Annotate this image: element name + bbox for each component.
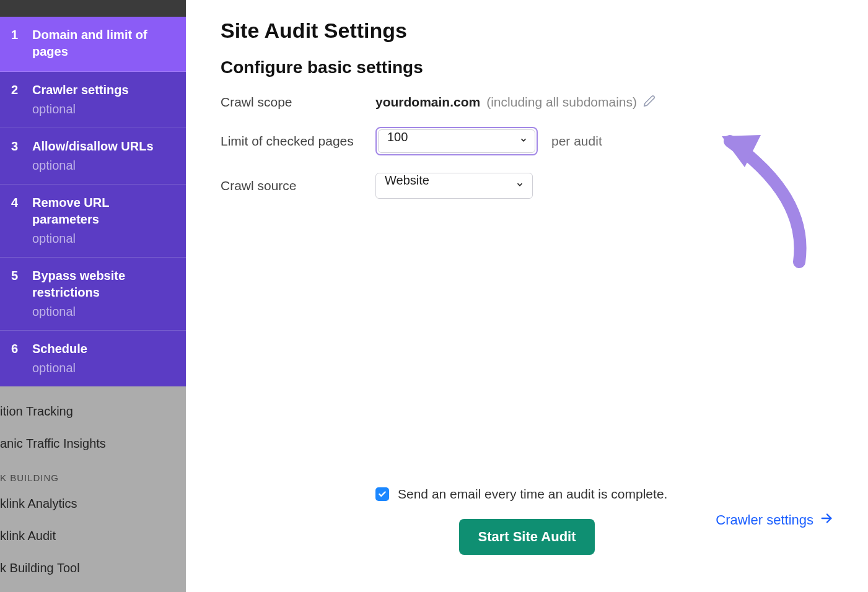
step-title: Remove URL parameters xyxy=(32,194,175,228)
step-optional-label: optional xyxy=(32,159,175,173)
crawl-source-select[interactable]: Website xyxy=(375,173,533,199)
limit-pages-select[interactable]: 100 xyxy=(378,129,535,153)
bg-nav-label: anic Traffic Insights xyxy=(0,437,106,450)
wizard-sidebar: 1 Domain and limit of pages 2 Crawler se… xyxy=(0,0,186,386)
section-title: Configure basic settings xyxy=(221,58,833,77)
crawl-scope-note: (including all subdomains) xyxy=(486,95,637,110)
crawl-source-label: Crawl source xyxy=(221,178,375,193)
bg-nav-label: ition Tracking xyxy=(0,404,73,418)
step-number: 3 xyxy=(11,138,32,154)
crawl-scope-row: Crawl scope yourdomain.com (including al… xyxy=(221,95,833,110)
crawl-scope-label: Crawl scope xyxy=(221,95,375,110)
step-title: Allow/disallow URLs xyxy=(32,138,175,155)
step-number: 6 xyxy=(11,341,32,356)
bg-nav-item: k Analysis xyxy=(0,586,186,592)
wizard-step-3[interactable]: 3 Allow/disallow URLs optional xyxy=(0,128,186,185)
bg-nav-item: klink Analytics xyxy=(0,489,186,518)
crawl-source-value: Website xyxy=(385,173,429,187)
step-title: Schedule xyxy=(32,341,175,357)
sidebar-top-bar xyxy=(0,0,186,17)
email-notify-checkbox[interactable] xyxy=(375,487,389,501)
wizard-step-1[interactable]: 1 Domain and limit of pages xyxy=(0,17,186,72)
step-number: 1 xyxy=(11,27,32,42)
bg-nav-item: klink Audit xyxy=(0,521,186,550)
bg-nav-label: k Building Tool xyxy=(0,561,80,575)
email-notify-label: Send an email every time an audit is com… xyxy=(398,487,667,502)
next-link-label: Crawler settings xyxy=(716,512,813,528)
wizard-step-6[interactable]: 6 Schedule optional xyxy=(0,331,186,386)
limit-label: Limit of checked pages xyxy=(221,134,375,149)
crawler-settings-link[interactable]: Crawler settings xyxy=(716,511,833,529)
wizard-step-4[interactable]: 4 Remove URL parameters optional xyxy=(0,185,186,258)
bg-nav-label: klink Audit xyxy=(0,529,56,542)
bg-nav-category: K BUILDING xyxy=(0,461,186,489)
start-site-audit-button[interactable]: Start Site Audit xyxy=(459,519,594,555)
wizard-step-5[interactable]: 5 Bypass website restrictions optional xyxy=(0,258,186,331)
page-title: Site Audit Settings xyxy=(221,19,833,43)
footer-actions: Send an email every time an audit is com… xyxy=(221,487,833,573)
bg-nav-label: klink Analytics xyxy=(0,497,77,510)
limit-suffix: per audit xyxy=(551,134,602,149)
step-title: Domain and limit of pages xyxy=(32,27,175,60)
step-number: 2 xyxy=(11,82,32,97)
step-optional-label: optional xyxy=(32,102,175,116)
edit-crawl-scope-icon[interactable] xyxy=(643,95,655,110)
step-number: 4 xyxy=(11,194,32,210)
bg-nav-item: ition Tracking xyxy=(0,397,186,425)
wizard-step-2[interactable]: 2 Crawler settings optional xyxy=(0,72,186,128)
step-optional-label: optional xyxy=(32,361,175,375)
step-optional-label: optional xyxy=(32,232,175,246)
limit-value: 100 xyxy=(387,130,408,144)
step-number: 5 xyxy=(11,268,32,283)
bg-nav-item: k Building Tool xyxy=(0,554,186,582)
arrow-right-icon xyxy=(820,511,833,529)
main-content: Site Audit Settings Configure basic sett… xyxy=(186,0,868,592)
step-title: Crawler settings xyxy=(32,82,175,98)
crawl-scope-domain: yourdomain.com xyxy=(375,95,480,110)
step-title: Bypass website restrictions xyxy=(32,268,175,301)
limit-pages-row: Limit of checked pages 100 per audit xyxy=(221,127,833,155)
bg-nav-item: anic Traffic Insights xyxy=(0,429,186,458)
step-optional-label: optional xyxy=(32,305,175,319)
crawl-source-row: Crawl source Website xyxy=(221,173,833,199)
